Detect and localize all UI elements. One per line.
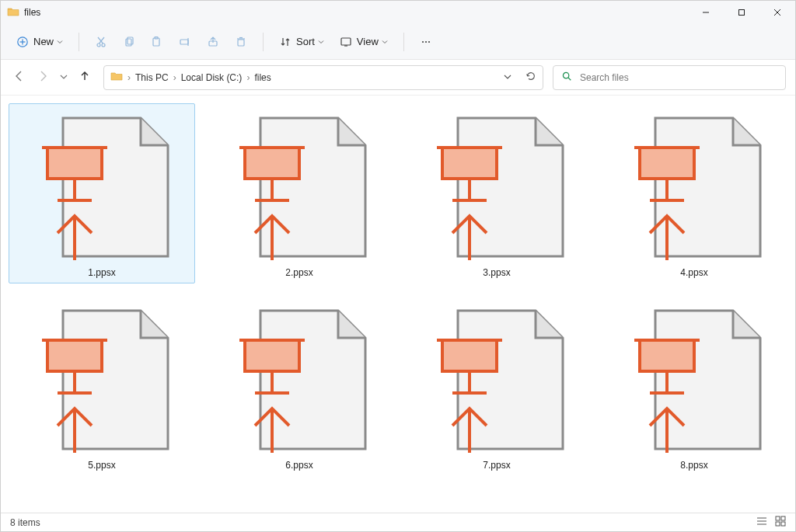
refresh-button[interactable] (525, 71, 536, 84)
cut-button[interactable] (89, 30, 113, 54)
thumbnails-view-button[interactable] (775, 516, 786, 529)
svg-point-8 (102, 43, 105, 47)
svg-rect-73 (776, 522, 780, 526)
svg-rect-74 (781, 522, 785, 526)
chevron-down-icon (382, 39, 388, 45)
svg-rect-59 (442, 340, 497, 371)
new-label: New (33, 36, 54, 47)
svg-rect-39 (442, 148, 497, 179)
content-area: 1.ppsx 2.ppsx 3.ppsx 4.ppsx (1, 96, 795, 513)
file-item[interactable]: 6.ppsx (206, 296, 393, 476)
svg-rect-12 (127, 37, 133, 44)
svg-rect-49 (47, 340, 102, 371)
file-label: 2.ppsx (285, 267, 312, 278)
file-item[interactable]: 5.ppsx (9, 296, 195, 476)
breadcrumb: This PC › Local Disk (C:) › files (135, 72, 499, 83)
view-button[interactable]: View (333, 30, 394, 54)
paste-button[interactable] (145, 30, 169, 54)
ppsx-file-icon (218, 301, 381, 457)
delete-button[interactable] (229, 30, 253, 54)
svg-point-25 (428, 40, 430, 42)
svg-point-24 (425, 40, 427, 42)
file-label: 7.ppsx (483, 460, 510, 471)
file-item[interactable]: 3.ppsx (403, 103, 590, 283)
details-view-button[interactable] (756, 516, 767, 529)
separator (263, 33, 264, 51)
file-label: 6.ppsx (285, 460, 312, 471)
address-dropdown[interactable] (504, 72, 511, 83)
chevron-right-icon: › (173, 72, 176, 83)
file-item[interactable]: 4.ppsx (601, 103, 787, 283)
crumb-local-disk[interactable]: Local Disk (C:) (181, 72, 243, 83)
separator (79, 33, 79, 51)
svg-line-27 (568, 78, 571, 80)
copy-button[interactable] (117, 30, 141, 54)
search-box[interactable] (553, 65, 786, 90)
folder-icon (7, 5, 19, 20)
navigation-row: › This PC › Local Disk (C:) › files (1, 60, 795, 96)
ppsx-file-icon (415, 301, 578, 457)
up-button[interactable] (79, 70, 91, 85)
file-item[interactable]: 7.ppsx (403, 296, 590, 476)
svg-rect-29 (47, 148, 102, 179)
ppsx-file-icon (20, 109, 183, 264)
svg-rect-54 (245, 340, 299, 371)
window-controls (688, 1, 795, 24)
back-button[interactable] (13, 70, 26, 85)
rename-button[interactable] (173, 30, 197, 54)
address-bar[interactable]: › This PC › Local Disk (C:) › files (103, 65, 543, 90)
chevron-down-icon (318, 39, 324, 45)
sort-label: Sort (296, 36, 315, 47)
new-button[interactable]: New (10, 30, 69, 54)
sort-button[interactable]: Sort (273, 30, 330, 54)
crumb-this-pc[interactable]: This PC (135, 72, 169, 83)
window-title: files (24, 7, 40, 18)
file-item[interactable]: 2.ppsx (206, 103, 393, 283)
svg-rect-18 (238, 40, 244, 46)
forward-button[interactable] (37, 70, 49, 85)
svg-rect-11 (126, 39, 131, 46)
item-count: 8 items (10, 517, 40, 528)
search-input[interactable] (578, 71, 777, 84)
file-label: 8.ppsx (680, 460, 707, 471)
svg-rect-1 (739, 10, 745, 16)
crumb-files[interactable]: files (254, 72, 271, 83)
explorer-window: files New (0, 0, 796, 532)
ppsx-file-icon (415, 109, 578, 264)
folder-icon (110, 70, 123, 85)
file-label: 3.ppsx (483, 267, 510, 278)
file-label: 1.ppsx (88, 267, 115, 278)
svg-point-23 (422, 40, 424, 42)
ppsx-file-icon (218, 109, 381, 264)
svg-rect-34 (245, 148, 299, 179)
share-button[interactable] (201, 30, 225, 54)
ppsx-file-icon (613, 301, 776, 457)
file-item[interactable]: 8.ppsx (601, 296, 787, 476)
close-button[interactable] (759, 1, 795, 24)
chevron-right-icon: › (127, 72, 131, 83)
separator (403, 33, 404, 51)
svg-rect-72 (781, 516, 785, 520)
file-item[interactable]: 1.ppsx (9, 103, 195, 283)
svg-point-7 (97, 43, 100, 47)
ppsx-file-icon (613, 109, 776, 264)
maximize-button[interactable] (724, 1, 759, 24)
file-label: 4.ppsx (680, 267, 707, 278)
titlebar: files (1, 1, 795, 24)
minimize-button[interactable] (688, 1, 724, 24)
file-label: 5.ppsx (88, 460, 115, 471)
chevron-right-icon: › (246, 72, 250, 83)
search-icon (561, 71, 572, 84)
svg-rect-64 (640, 340, 694, 371)
svg-rect-71 (776, 516, 780, 520)
view-label: View (357, 36, 379, 47)
toolbar: New Sort View (1, 24, 795, 60)
svg-line-9 (100, 37, 105, 43)
ppsx-file-icon (20, 301, 183, 457)
svg-point-26 (563, 72, 568, 78)
svg-line-10 (98, 37, 103, 43)
recent-dropdown[interactable] (60, 72, 68, 83)
more-button[interactable] (414, 30, 438, 54)
status-bar: 8 items (1, 513, 795, 531)
svg-rect-44 (640, 148, 694, 179)
